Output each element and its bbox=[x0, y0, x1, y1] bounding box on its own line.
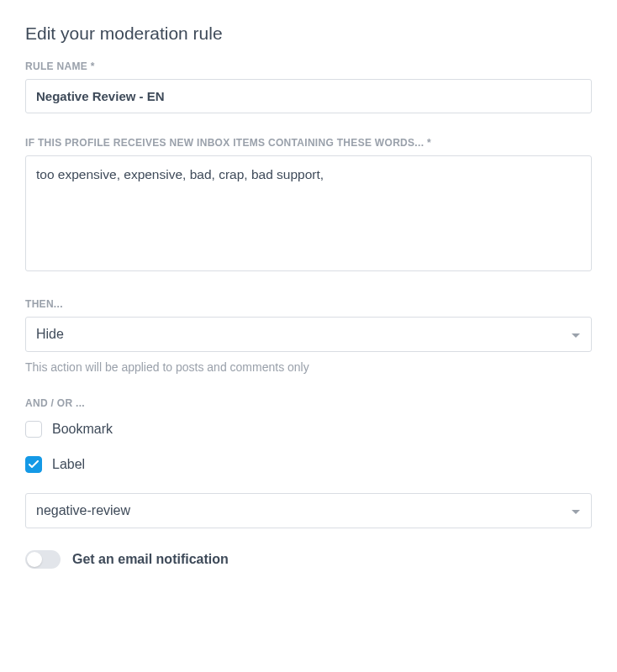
action-label: THEN... bbox=[25, 298, 592, 310]
email-notification-toggle[interactable] bbox=[25, 550, 61, 569]
check-icon bbox=[29, 460, 39, 469]
page-title: Edit your moderation rule bbox=[25, 24, 592, 44]
rule-name-label: RULE NAME * bbox=[25, 60, 592, 72]
label-select[interactable]: negative-review bbox=[25, 493, 592, 528]
label-checkbox-label: Label bbox=[52, 457, 85, 472]
bookmark-checkbox[interactable] bbox=[25, 421, 42, 438]
bookmark-checkbox-label: Bookmark bbox=[52, 422, 113, 437]
email-notification-label: Get an email notification bbox=[72, 552, 229, 567]
trigger-label: IF THIS PROFILE RECEIVES NEW INBOX ITEMS… bbox=[25, 137, 592, 149]
action-select[interactable]: Hide bbox=[25, 317, 592, 352]
rule-name-field: RULE NAME * bbox=[25, 60, 592, 113]
label-checkbox[interactable] bbox=[25, 456, 42, 473]
bookmark-checkbox-row: Bookmark bbox=[25, 421, 592, 438]
trigger-field: IF THIS PROFILE RECEIVES NEW INBOX ITEMS… bbox=[25, 137, 592, 275]
action-field: THEN... Hide This action will be applied… bbox=[25, 298, 592, 374]
trigger-textarea[interactable]: too expensive, expensive, bad, crap, bad… bbox=[25, 155, 592, 271]
email-notification-row: Get an email notification bbox=[25, 550, 592, 569]
label-checkbox-row: Label bbox=[25, 456, 592, 473]
toggle-knob bbox=[27, 552, 42, 567]
action-helper-text: This action will be applied to posts and… bbox=[25, 360, 592, 374]
and-or-label: AND / OR ... bbox=[25, 397, 592, 409]
and-or-section: AND / OR ... Bookmark Label negative-rev… bbox=[25, 397, 592, 569]
rule-name-input[interactable] bbox=[25, 79, 592, 113]
